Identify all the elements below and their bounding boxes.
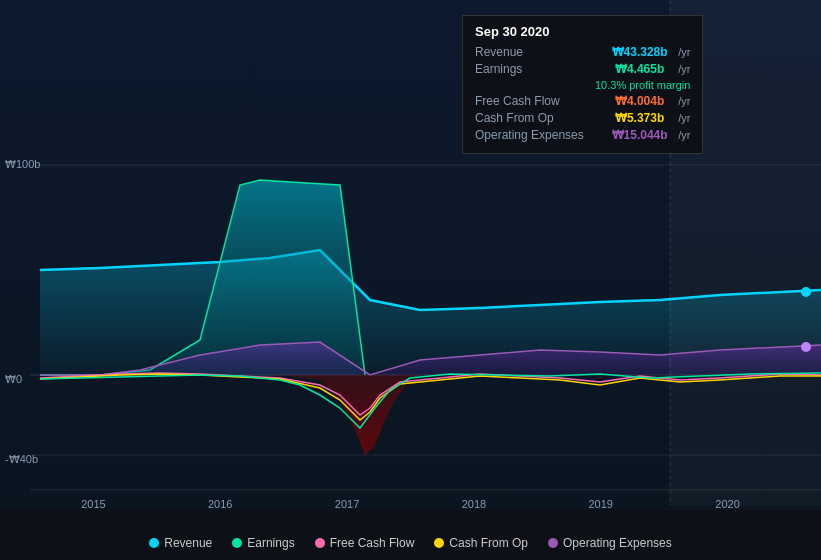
x-label-2020: 2020: [715, 498, 739, 510]
y-axis-zero: ₩0: [5, 373, 22, 386]
y-axis-max: ₩100b: [5, 158, 40, 171]
tooltip-opex-label: Operating Expenses: [475, 128, 595, 142]
x-label-2016: 2016: [208, 498, 232, 510]
legend-dot-cashop: [434, 538, 444, 548]
legend-fcf[interactable]: Free Cash Flow: [315, 536, 415, 550]
svg-point-5: [801, 287, 811, 297]
legend-cashop[interactable]: Cash From Op: [434, 536, 528, 550]
tooltip-fcf-value: ₩4.004b: [615, 94, 664, 108]
x-axis: 2015 2016 2017 2018 2019 2020: [0, 498, 821, 510]
x-label-2017: 2017: [335, 498, 359, 510]
tooltip-revenue-row: Revenue ₩43.328b /yr: [475, 45, 690, 59]
tooltip-fcf-row: Free Cash Flow ₩4.004b /yr: [475, 94, 690, 108]
legend-earnings[interactable]: Earnings: [232, 536, 294, 550]
legend-label-opex: Operating Expenses: [563, 536, 672, 550]
tooltip-opex-value: ₩15.044b: [612, 128, 668, 142]
x-label-2019: 2019: [588, 498, 612, 510]
tooltip-revenue-unit: /yr: [678, 46, 690, 58]
tooltip-earnings-unit: /yr: [678, 63, 690, 75]
tooltip-opex-row: Operating Expenses ₩15.044b /yr: [475, 128, 690, 142]
tooltip-cashop-row: Cash From Op ₩5.373b /yr: [475, 111, 690, 125]
legend-revenue[interactable]: Revenue: [149, 536, 212, 550]
tooltip-cashop-value: ₩5.373b: [615, 111, 664, 125]
chart-container: ₩100b ₩0 -₩40b 2015 2016 2017 2018 2019 …: [0, 0, 821, 560]
legend-dot-opex: [548, 538, 558, 548]
tooltip-opex-unit: /yr: [678, 129, 690, 141]
tooltip-date: Sep 30 2020: [475, 24, 690, 39]
tooltip-margin-value: 10.3% profit margin: [595, 79, 690, 91]
legend-label-fcf: Free Cash Flow: [330, 536, 415, 550]
legend-opex[interactable]: Operating Expenses: [548, 536, 672, 550]
tooltip-earnings-label: Earnings: [475, 62, 595, 76]
legend: Revenue Earnings Free Cash Flow Cash Fro…: [0, 536, 821, 550]
x-label-2018: 2018: [462, 498, 486, 510]
svg-point-6: [801, 342, 811, 352]
tooltip: Sep 30 2020 Revenue ₩43.328b /yr Earning…: [462, 15, 703, 154]
tooltip-fcf-label: Free Cash Flow: [475, 94, 595, 108]
tooltip-cashop-label: Cash From Op: [475, 111, 595, 125]
tooltip-fcf-unit: /yr: [678, 95, 690, 107]
tooltip-revenue-value: ₩43.328b: [612, 45, 668, 59]
y-axis-min: -₩40b: [5, 453, 38, 466]
legend-label-earnings: Earnings: [247, 536, 294, 550]
legend-label-cashop: Cash From Op: [449, 536, 528, 550]
tooltip-earnings-value: ₩4.465b: [615, 62, 664, 76]
tooltip-revenue-label: Revenue: [475, 45, 595, 59]
tooltip-cashop-unit: /yr: [678, 112, 690, 124]
legend-dot-earnings: [232, 538, 242, 548]
legend-label-revenue: Revenue: [164, 536, 212, 550]
legend-dot-fcf: [315, 538, 325, 548]
tooltip-earnings-row: Earnings ₩4.465b /yr: [475, 62, 690, 76]
tooltip-margin-row: 10.3% profit margin: [475, 79, 690, 91]
x-label-2015: 2015: [81, 498, 105, 510]
legend-dot-revenue: [149, 538, 159, 548]
